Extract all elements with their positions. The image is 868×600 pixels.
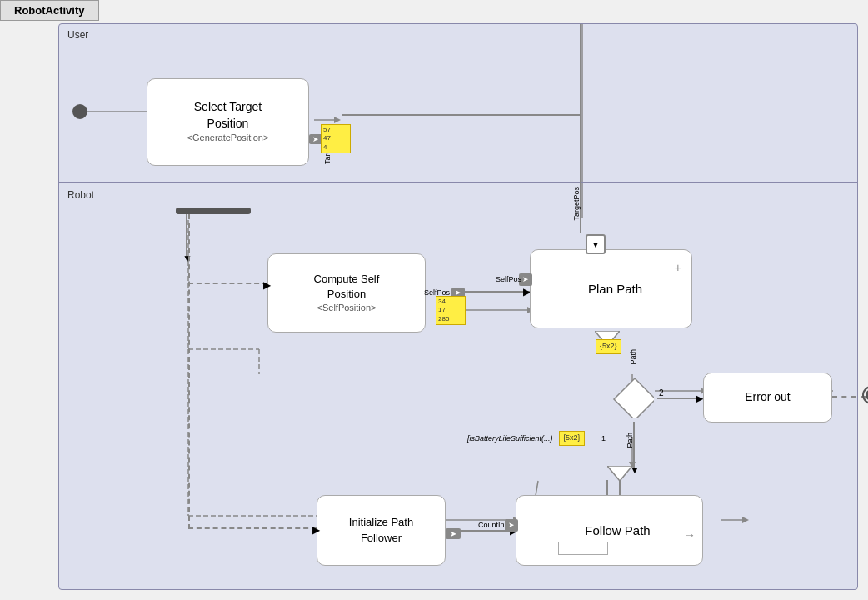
- compute-self-label: Compute SelfPosition: [314, 272, 380, 302]
- targetpos-hline: [342, 114, 580, 116]
- diamond-to-error-arrow: ▶: [696, 392, 703, 404]
- user-lane-label: User: [67, 29, 88, 41]
- follow-path-input-box: [558, 542, 608, 555]
- select-target-sublabel: <GeneratePosition>: [187, 132, 269, 144]
- svg-marker-27: [614, 378, 654, 418]
- follow-countin-label: CountIn: [478, 520, 505, 531]
- start-to-init-vline: [188, 214, 190, 529]
- decision-diamond: [612, 377, 654, 418]
- targetpos-pin-area: ➤ TargetPos 57474: [309, 114, 332, 164]
- initialize-follower-label: Initialize PathFollower: [349, 515, 413, 545]
- follow-path-node[interactable]: ➤ CountIn Follow Path →: [516, 495, 703, 566]
- targetpos-merge-box: ▼: [586, 234, 606, 254]
- select-target-label: Select TargetPosition: [194, 99, 262, 132]
- swimlane-robot: Robot ▼ Compute SelfPosition <SelfPositi…: [59, 182, 857, 591]
- fork-down-arrow: ▼: [182, 252, 192, 264]
- svg-marker-28: [607, 466, 632, 481]
- compute-self-node[interactable]: Compute SelfPosition <SelfPosition>: [267, 253, 426, 332]
- guard-label-2: 2: [659, 388, 664, 398]
- follow-path-label: Follow Path: [585, 522, 650, 539]
- selfpos-data-box: 3417285: [436, 296, 466, 325]
- error-out-node[interactable]: Error out: [703, 372, 832, 422]
- final-node: [862, 386, 868, 404]
- compute-self-sublabel: <SelfPosition>: [317, 302, 377, 314]
- error-out-label: Error out: [745, 389, 790, 406]
- path-label-1: Path: [629, 349, 637, 365]
- path-to-follow-merge-line: [606, 480, 608, 495]
- robot-lane-label: Robot: [67, 189, 94, 201]
- start-to-compute-hline: [188, 282, 267, 284]
- start-to-compute-arrow: ▶: [263, 279, 271, 291]
- selfpos-pin-area: SelfPos ➤ 3417285: [424, 288, 465, 298]
- guard-label-battery: [isBatteryLifeSufficient(...): [467, 434, 553, 442]
- diagram-canvas: RobotActivity: [0, 0, 868, 600]
- fork-bar: [176, 208, 251, 214]
- swimlane-user: User Select TargetPosition <GeneratePosi…: [59, 24, 857, 182]
- start-to-init-arrow: ▶: [312, 524, 320, 536]
- path-data-box-1: {5x2}: [596, 339, 621, 354]
- targetpos-robot-label: TargetPos: [572, 187, 581, 221]
- path-label-2: Path: [626, 432, 634, 448]
- initial-node: [72, 104, 87, 119]
- plan-path-label: Plan Path: [588, 280, 642, 298]
- start-to-init-hline: [188, 528, 317, 529]
- initialize-follower-node[interactable]: Initialize PathFollower: [317, 495, 446, 566]
- targetpos-vline: [580, 24, 581, 182]
- fork-to-compute: [186, 214, 187, 256]
- guard-1-label: 1: [601, 434, 606, 442]
- error-to-final-line: [832, 396, 866, 398]
- spacer: [516, 528, 517, 530]
- plan-path-plus-icon: +: [675, 260, 681, 277]
- targetpos-data-box: 57474: [321, 124, 351, 153]
- plan-path-node[interactable]: ➤ SelfPos Plan Path +: [530, 249, 692, 328]
- swimlane-container: User Select TargetPosition <GeneratePosi…: [58, 23, 858, 590]
- compute-to-plan-line: ▶: [464, 291, 531, 292]
- window-title: RobotActivity: [0, 0, 99, 21]
- select-target-node[interactable]: Select TargetPosition <GeneratePosition>: [147, 78, 309, 166]
- path-data-box-2: {5x2}: [559, 431, 585, 446]
- plan-selfpos-label: SelfPos: [496, 274, 521, 285]
- follow-path-right-arrow: →: [684, 528, 696, 544]
- diamond-to-error-line: ▶: [657, 398, 703, 399]
